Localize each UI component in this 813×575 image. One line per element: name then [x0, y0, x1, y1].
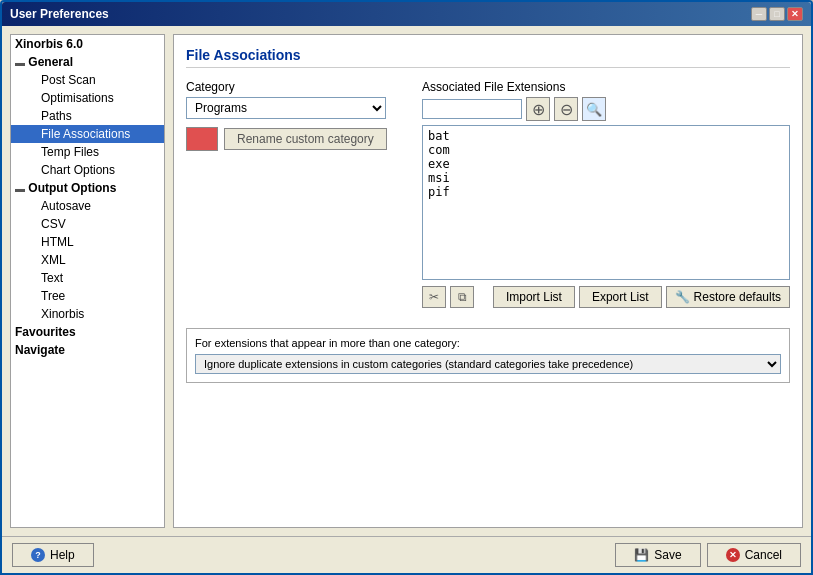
category-select[interactable]: Programs Documents Images Music Video Ar…: [186, 97, 386, 119]
content-area: Xinorbis 6.0 ▬ General Post Scan Optimis…: [2, 26, 811, 536]
main-window: User Preferences ─ □ ✕ Xinorbis 6.0 ▬ Ge…: [0, 0, 813, 575]
sidebar-item-xml[interactable]: XML: [11, 251, 164, 269]
ext-item-com: com: [426, 143, 786, 157]
category-section: Category Programs Documents Images Music…: [186, 80, 406, 151]
minimize-button[interactable]: ─: [751, 7, 767, 21]
minus-icon: ⊖: [560, 100, 573, 119]
sidebar: Xinorbis 6.0 ▬ General Post Scan Optimis…: [10, 34, 165, 528]
help-icon: ?: [31, 548, 45, 562]
category-label: Category: [186, 80, 406, 94]
search-icon: 🔍: [586, 102, 602, 117]
sidebar-item-paths[interactable]: Paths: [11, 107, 164, 125]
export-button[interactable]: Export List: [579, 286, 662, 308]
sidebar-item-file-associations[interactable]: File Associations: [11, 125, 164, 143]
sidebar-item-tree[interactable]: Tree: [11, 287, 164, 305]
cut-icon: ✂: [429, 290, 439, 304]
duplicate-label: For extensions that appear in more than …: [195, 337, 781, 349]
ext-item-exe: exe: [426, 157, 786, 171]
ext-list-box[interactable]: bat com exe msi pif: [422, 125, 790, 280]
expander-icon: ▬: [15, 57, 25, 68]
sidebar-item-xinorbis2[interactable]: Xinorbis: [11, 305, 164, 323]
sidebar-item-text[interactable]: Text: [11, 269, 164, 287]
sidebar-item-output-options[interactable]: ▬ Output Options: [11, 179, 164, 197]
window-title: User Preferences: [10, 7, 109, 21]
copy-icon: ⧉: [458, 290, 467, 304]
sidebar-item-xinorbis[interactable]: Xinorbis 6.0: [11, 35, 164, 53]
ext-input-row: ⊕ ⊖ 🔍: [422, 97, 790, 121]
close-button[interactable]: ✕: [787, 7, 803, 21]
ext-item-pif: pif: [426, 185, 786, 199]
ext-label: Associated File Extensions: [422, 80, 790, 94]
cut-button[interactable]: ✂: [422, 286, 446, 308]
sidebar-item-navigate[interactable]: Navigate: [11, 341, 164, 359]
duplicate-section: For extensions that appear in more than …: [186, 328, 790, 383]
color-picker-button[interactable]: [186, 127, 218, 151]
panel-title: File Associations: [186, 47, 790, 68]
restore-button[interactable]: 🔧 Restore defaults: [666, 286, 790, 308]
bottom-bar: ? Help 💾 Save ✕ Cancel: [2, 536, 811, 573]
list-actions: ✂ ⧉ Import List Export List 🔧 Restore de…: [422, 286, 790, 308]
sidebar-item-post-scan[interactable]: Post Scan: [11, 71, 164, 89]
category-actions: Rename custom category: [186, 127, 406, 151]
save-button[interactable]: 💾 Save: [615, 543, 700, 567]
sidebar-item-favourites[interactable]: Favourites: [11, 323, 164, 341]
import-button[interactable]: Import List: [493, 286, 575, 308]
cancel-button[interactable]: ✕ Cancel: [707, 543, 801, 567]
title-bar: User Preferences ─ □ ✕: [2, 2, 811, 26]
ext-item-bat: bat: [426, 129, 786, 143]
duplicate-select[interactable]: Ignore duplicate extensions in custom ca…: [195, 354, 781, 374]
sidebar-item-optimisations[interactable]: Optimisations: [11, 89, 164, 107]
window-controls: ─ □ ✕: [751, 7, 803, 21]
expander-icon2: ▬: [15, 183, 25, 194]
copy-button[interactable]: ⧉: [450, 286, 474, 308]
help-button[interactable]: ? Help: [12, 543, 94, 567]
sidebar-item-html[interactable]: HTML: [11, 233, 164, 251]
search-ext-button[interactable]: 🔍: [582, 97, 606, 121]
ext-item-msi: msi: [426, 171, 786, 185]
cancel-icon: ✕: [726, 548, 740, 562]
remove-ext-button[interactable]: ⊖: [554, 97, 578, 121]
add-ext-button[interactable]: ⊕: [526, 97, 550, 121]
top-row: Category Programs Documents Images Music…: [186, 80, 790, 308]
plus-icon: ⊕: [532, 100, 545, 119]
sidebar-item-general[interactable]: ▬ General: [11, 53, 164, 71]
maximize-button[interactable]: □: [769, 7, 785, 21]
sidebar-item-autosave[interactable]: Autosave: [11, 197, 164, 215]
rename-button[interactable]: Rename custom category: [224, 128, 387, 150]
wrench-icon: 🔧: [675, 290, 690, 304]
sidebar-item-csv[interactable]: CSV: [11, 215, 164, 233]
category-select-row: Programs Documents Images Music Video Ar…: [186, 97, 406, 119]
save-icon: 💾: [634, 548, 649, 562]
extensions-section: Associated File Extensions ⊕ ⊖ 🔍: [422, 80, 790, 308]
sidebar-item-temp-files[interactable]: Temp Files: [11, 143, 164, 161]
main-panel: File Associations Category Programs Docu…: [173, 34, 803, 528]
ext-input[interactable]: [422, 99, 522, 119]
sidebar-item-chart-options[interactable]: Chart Options: [11, 161, 164, 179]
